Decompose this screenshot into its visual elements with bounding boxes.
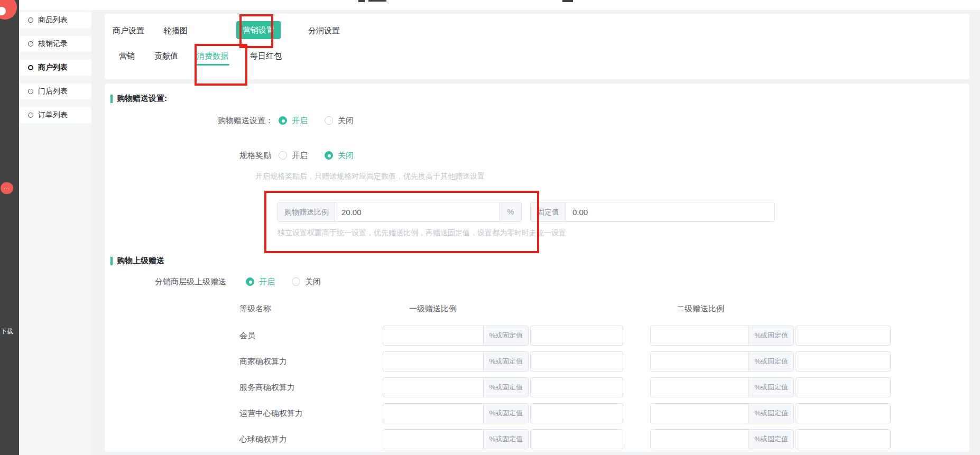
table-row: 服务商确权算力 %或固定值 %或固定值: [105, 377, 969, 397]
radio-icon: [292, 277, 300, 286]
level1-ratio-group: %或固定值: [383, 429, 529, 449]
ratio-addon: %或固定值: [748, 352, 793, 371]
sidebar-item-label: 订单列表: [38, 110, 68, 120]
level2-fixed-input[interactable]: [796, 378, 890, 397]
gift-setting-label: 购物赠送设置：: [218, 116, 273, 126]
floating-more-badge[interactable]: ...: [1, 182, 13, 194]
download-button[interactable]: 下载: [1, 328, 19, 336]
upline-gift-label: 分销商层级上级赠送: [155, 277, 226, 287]
level1-fixed-input[interactable]: [531, 352, 623, 371]
level2-ratio-input[interactable]: [651, 352, 748, 371]
subtab-consume-data[interactable]: 消费数据: [197, 51, 228, 61]
level1-fixed-input[interactable]: [531, 430, 623, 449]
level1-fixed-box: [530, 326, 623, 346]
ratio-addon: %或固定值: [483, 378, 528, 397]
level2-fixed-box: [796, 351, 891, 372]
table-row: 会员 %或固定值 %或固定值: [105, 326, 969, 346]
level2-fixed-box: [796, 429, 891, 449]
radio-icon: [246, 277, 254, 286]
sidebar-item-label: 商品列表: [38, 15, 68, 25]
gift-ratio-prefix: 购物赠送比例: [278, 202, 335, 221]
ratio-addon: %或固定值: [483, 430, 528, 449]
level1-ratio-input[interactable]: [383, 378, 483, 397]
level2-fixed-input[interactable]: [796, 404, 890, 423]
level2-ratio-input[interactable]: [651, 378, 748, 397]
weight-hint: 独立设置权重高于统一设置，优先赠送比例，再赠送固定值，设置都为零时时走统一设置: [278, 228, 566, 238]
section-header-gift-settings: 购物赠送设置:: [110, 94, 167, 104]
clipped-text-fragment: [358, 0, 365, 2]
tab-marketing-settings[interactable]: 营销设置: [236, 21, 281, 39]
level1-fixed-input[interactable]: [531, 378, 623, 397]
subtab-contribution[interactable]: 贡献值: [154, 51, 178, 61]
clipped-text-fragment: [562, 0, 573, 2]
left-rail: ... 下载: [0, 0, 19, 455]
level1-fixed-box: [530, 351, 623, 372]
level1-ratio-input[interactable]: [383, 404, 483, 423]
sidebar-item-store-list[interactable]: 门店列表: [19, 83, 91, 99]
radio-off[interactable]: 关闭: [325, 151, 354, 161]
sidebar-item-goods-list[interactable]: 商品列表: [19, 12, 91, 28]
radio-on[interactable]: 开启: [246, 277, 275, 287]
radio-on[interactable]: 开启: [279, 116, 308, 126]
sidebar-item-merchant-list[interactable]: 商户列表: [19, 60, 91, 76]
level1-ratio-input[interactable]: [383, 430, 483, 449]
subtab-marketing[interactable]: 营销: [119, 51, 135, 61]
col-header-level-name: 等级名称: [239, 304, 271, 314]
level1-ratio-input[interactable]: [383, 352, 483, 371]
gift-ratio-input[interactable]: [335, 202, 500, 221]
level2-ratio-group: %或固定值: [650, 351, 794, 372]
section-bar-icon: [110, 95, 113, 103]
level2-fixed-input[interactable]: [796, 326, 890, 345]
fixed-value-input-group: 固定值: [530, 202, 775, 222]
top-strip: [0, 0, 980, 10]
fixed-value-input[interactable]: [566, 202, 774, 221]
gift-setting-radio-group: 开启 关闭: [279, 115, 354, 126]
level1-ratio-group: %或固定值: [383, 377, 529, 397]
subtab-daily-redpacket[interactable]: 每日红包: [250, 51, 282, 61]
radio-off[interactable]: 关闭: [292, 277, 321, 287]
table-row: 商家确权算力 %或固定值 %或固定值: [105, 351, 969, 372]
level2-ratio-input[interactable]: [651, 404, 748, 423]
level2-ratio-input[interactable]: [651, 430, 748, 449]
sidebar-item-verify-records[interactable]: 核销记录: [19, 36, 91, 52]
level2-fixed-input[interactable]: [796, 430, 890, 449]
level1-fixed-input[interactable]: [531, 326, 623, 345]
ratio-addon: %或固定值: [483, 326, 528, 345]
ratio-addon: %或固定值: [748, 430, 793, 449]
level2-fixed-input[interactable]: [796, 352, 890, 371]
ratio-addon: %或固定值: [748, 326, 793, 345]
percent-suffix: %: [500, 202, 521, 221]
tab-merchant-settings[interactable]: 商户设置: [113, 26, 144, 36]
level1-ratio-group: %或固定值: [383, 403, 529, 423]
level1-fixed-box: [530, 429, 623, 449]
level2-fixed-box: [796, 403, 891, 423]
ratio-addon: %或固定值: [748, 378, 793, 397]
level2-ratio-group: %或固定值: [650, 403, 794, 423]
section-header-upline-gift: 购物上级赠送: [110, 256, 164, 266]
level2-ratio-input[interactable]: [651, 326, 748, 345]
table-row: 心球确权算力 %或固定值 %或固定值: [105, 429, 969, 449]
level1-ratio-input[interactable]: [383, 326, 483, 345]
radio-on[interactable]: 开启: [279, 151, 308, 161]
circle-icon: [28, 41, 33, 47]
radio-icon: [325, 151, 333, 160]
fixed-value-prefix: 固定值: [531, 202, 566, 221]
radio-off[interactable]: 关闭: [325, 116, 354, 126]
circle-icon: [28, 89, 33, 94]
ratio-addon: %或固定值: [483, 404, 528, 423]
col-header-level1-ratio: 一级赠送比例: [409, 304, 457, 314]
sidebar-item-order-list[interactable]: 订单列表: [19, 107, 91, 123]
level2-ratio-group: %或固定值: [650, 377, 794, 397]
tab-carousel[interactable]: 轮播图: [164, 26, 188, 36]
level2-fixed-box: [796, 326, 891, 346]
spec-reward-hint: 开启规格奖励后，只赠送规格对应固定数值，优先度高于其他赠送设置: [255, 172, 485, 181]
level1-fixed-input[interactable]: [531, 404, 623, 423]
tabs-panel: 商户设置 轮播图 营销设置 分润设置 营销 贡献值 消费数据 每日红包: [105, 14, 969, 79]
clipped-text-fragment: [368, 0, 386, 2]
tab-profit-settings[interactable]: 分润设置: [308, 26, 340, 36]
circle-icon: [28, 113, 33, 118]
level1-fixed-box: [530, 377, 623, 397]
page: ... 下载 商品列表 核销记录 商户列表 门店列表 订单列表 商户设置 轮播图…: [0, 0, 980, 455]
app-logo-icon: [0, 0, 17, 20]
spec-reward-radio-group: 开启 关闭: [279, 150, 354, 161]
